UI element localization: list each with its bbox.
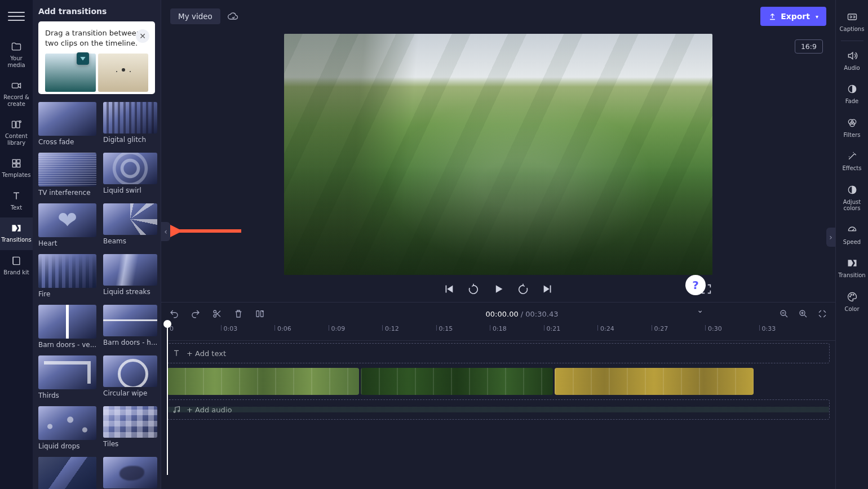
ruler-tick: 0:24 — [597, 325, 614, 331]
tip-illustration — [45, 54, 148, 92]
camera-icon — [11, 81, 22, 91]
export-button[interactable]: Export ▾ — [760, 7, 826, 26]
tip-close-button[interactable]: ✕ — [136, 29, 149, 43]
nav-transitions[interactable]: Transitions — [0, 217, 33, 250]
transition-label: Thirds — [38, 392, 96, 399]
transition-label: Fire — [38, 290, 96, 298]
transition-fire[interactable]: Fire — [38, 254, 96, 298]
nav-text[interactable]: Text — [0, 185, 33, 218]
rr-effects[interactable]: Effects — [836, 145, 869, 179]
nav-your-media[interactable]: Your media — [0, 36, 33, 75]
export-label: Export — [781, 12, 810, 21]
video-clip-3[interactable] — [555, 368, 754, 395]
nav-label: Text — [11, 205, 22, 211]
transitions-panel: Add transitions Drag a transition betwee… — [33, 0, 161, 489]
play-button[interactable] — [492, 283, 504, 295]
video-clip-2[interactable] — [361, 368, 553, 395]
transition-barnv[interactable]: Barn doors - ve... — [38, 305, 96, 349]
svg-rect-0 — [12, 83, 19, 88]
video-clip-1[interactable] — [167, 368, 359, 395]
rr-fade[interactable]: Fade — [836, 78, 869, 112]
playhead[interactable] — [167, 324, 168, 475]
transition-label: Beams — [103, 237, 157, 245]
tip-card: Drag a transition between two clips on t… — [38, 21, 155, 94]
text-icon — [172, 349, 181, 358]
transition-close[interactable]: Close — [38, 457, 96, 489]
ruler-tick: 0:15 — [436, 325, 453, 331]
ruler-tick: 0:18 — [490, 325, 507, 331]
forward-button[interactable] — [517, 283, 529, 295]
help-chevron-down-icon[interactable]: ⌄ — [697, 305, 703, 314]
transition-drops[interactable]: Liquid drops — [38, 406, 96, 450]
zoom-out-button[interactable] — [779, 309, 789, 319]
zoom-in-button[interactable] — [798, 309, 808, 319]
tracks-area: + Add text + Add audio — [161, 341, 835, 420]
transition-barnh[interactable]: Barn doors - h... — [103, 305, 157, 349]
book-icon — [11, 256, 22, 266]
timeline-ruler[interactable]: 00:030:060:090:120:150:180:210:240:270:3… — [167, 325, 835, 341]
rr-audio[interactable]: Audio — [836, 45, 869, 78]
help-button[interactable]: ? — [685, 275, 706, 295]
transition-swirl[interactable]: Liquid swirl — [103, 153, 157, 197]
nav-label: Record & create — [1, 94, 32, 107]
transition-beams[interactable]: Beams — [103, 203, 157, 247]
rewind-button[interactable] — [467, 283, 480, 295]
transition-label: Cross fade — [38, 138, 96, 146]
transition-heart[interactable]: Heart — [38, 203, 96, 247]
fit-button[interactable] — [817, 309, 827, 319]
transition-tv[interactable]: TV interference — [38, 153, 96, 197]
right-panel-collapse-handle[interactable] — [826, 228, 835, 247]
rr-adjust-colors[interactable]: Adjust colors — [836, 179, 869, 219]
transition-ink[interactable]: Ink — [103, 457, 157, 489]
left-nav-rail: Your media Record & create Content libra… — [0, 0, 33, 489]
transition-streak[interactable]: Liquid streaks — [103, 254, 157, 298]
rr-filters[interactable]: Filters — [836, 112, 869, 145]
cloud-sync-icon[interactable] — [227, 11, 238, 22]
rr-transition[interactable]: Transition — [836, 252, 869, 286]
preview-canvas[interactable] — [284, 34, 712, 275]
transition-thumb — [38, 305, 96, 339]
top-bar: My video Export ▾ — [161, 0, 835, 33]
transition-tiles[interactable]: Tiles — [103, 406, 157, 450]
wand-icon — [847, 150, 858, 162]
skip-start-button[interactable] — [442, 283, 455, 295]
nav-brand-kit[interactable]: Brand kit — [0, 250, 33, 283]
undo-button[interactable] — [169, 309, 179, 319]
video-track[interactable] — [167, 368, 830, 395]
nav-record-create[interactable]: Record & create — [0, 75, 33, 114]
svg-rect-1 — [12, 121, 16, 128]
panel-collapse-handle[interactable] — [161, 222, 170, 241]
aspect-ratio-button[interactable]: 16:9 — [795, 39, 823, 54]
skip-end-button[interactable] — [542, 283, 554, 295]
transition-circ[interactable]: Circular wipe — [103, 355, 157, 399]
split-button[interactable] — [255, 309, 265, 319]
filters-icon — [847, 117, 858, 128]
rr-speed[interactable]: Speed — [836, 219, 869, 252]
menu-button[interactable] — [8, 8, 25, 25]
nav-templates[interactable]: Templates — [0, 153, 33, 185]
transition-icon — [847, 257, 858, 269]
delete-button[interactable] — [233, 309, 243, 319]
redo-button[interactable] — [191, 309, 201, 319]
contrast-icon — [847, 184, 858, 195]
ruler-tick: 0:12 — [382, 325, 399, 331]
ruler-tick: 0:06 — [274, 325, 291, 331]
transition-thumb — [38, 254, 96, 288]
project-title-input[interactable]: My video — [170, 8, 220, 24]
transition-cross[interactable]: Cross fade — [38, 102, 96, 146]
ruler-tick: 0:33 — [759, 325, 776, 331]
transition-icon — [11, 223, 22, 233]
transition-thirds[interactable]: Thirds — [38, 355, 96, 399]
main-area: My video Export ▾ 16:9 ? ⌄ — [161, 0, 835, 489]
cut-button[interactable] — [212, 309, 222, 319]
rr-captions[interactable]: Captions — [836, 6, 869, 39]
rr-color[interactable]: Color — [836, 286, 869, 319]
timeline-toolbar: 00:00.00 / 00:30.43 — [161, 303, 835, 325]
nav-content-library[interactable]: Content library — [0, 114, 33, 153]
audio-track[interactable]: + Add audio — [167, 399, 830, 420]
grid-icon — [11, 158, 22, 168]
transition-thumb — [38, 355, 96, 389]
text-track[interactable]: + Add text — [167, 343, 830, 363]
nav-label: Content library — [1, 133, 32, 146]
transition-digital[interactable]: Digital glitch — [103, 102, 157, 146]
